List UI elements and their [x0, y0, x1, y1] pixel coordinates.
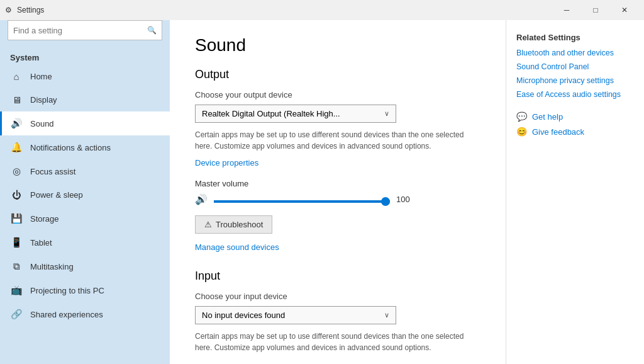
sidebar-item-label: Shared experiences	[30, 310, 103, 319]
warning-icon: ⚠	[204, 220, 212, 229]
give-feedback-item[interactable]: 😊 Give feedback	[516, 127, 634, 137]
sidebar: 🔍 System ⌂ Home 🖥 Display 🔊 Sound 🔔 Noti…	[0, 20, 170, 364]
volume-slider[interactable]	[214, 200, 390, 203]
minimize-button[interactable]: ─	[552, 0, 581, 20]
storage-icon: 💾	[10, 213, 23, 224]
settings-icon: ⚙	[5, 6, 12, 14]
title-bar: ⚙ Settings ─ □ ✕	[0, 0, 644, 20]
app-title: Settings	[17, 6, 44, 14]
output-device-dropdown[interactable]: Realtek Digital Output (Realtek High... …	[195, 105, 396, 123]
title-bar-left: ⚙ Settings	[5, 6, 44, 14]
output-device-value: Realtek Digital Output (Realtek High...	[202, 109, 340, 118]
search-input[interactable]	[13, 26, 147, 35]
sidebar-item-label: Projecting to this PC	[30, 286, 104, 295]
sidebar-item-focus[interactable]: ◎ Focus assist	[0, 159, 170, 183]
app-body: 🔍 System ⌂ Home 🖥 Display 🔊 Sound 🔔 Noti…	[0, 20, 644, 364]
input-device-dropdown[interactable]: No input devices found ∨	[195, 306, 396, 324]
sidebar-item-display[interactable]: 🖥 Display	[0, 88, 170, 111]
chevron-down-icon: ∨	[384, 110, 389, 118]
title-bar-controls: ─ □ ✕	[552, 0, 639, 20]
multitasking-icon: ⧉	[10, 261, 23, 272]
get-help-item[interactable]: 💬 Get help	[516, 111, 634, 122]
sidebar-item-notifications[interactable]: 🔔 Notifications & actions	[0, 135, 170, 159]
sidebar-item-label: Tablet	[30, 238, 52, 247]
get-help-label: Get help	[532, 112, 563, 122]
search-box[interactable]: 🔍	[8, 20, 162, 40]
help-icon: 💬	[516, 111, 527, 122]
sidebar-item-multitasking[interactable]: ⧉ Multitasking	[0, 254, 170, 278]
sidebar-item-label: Power & sleep	[30, 190, 83, 200]
manage-sound-devices-link[interactable]: Manage sound devices	[195, 242, 279, 252]
sound-icon: 🔊	[10, 118, 23, 129]
sidebar-item-label: Storage	[30, 214, 59, 224]
input-section: Input Choose your input device No input …	[195, 270, 480, 353]
volume-value: 100	[396, 195, 419, 204]
sidebar-item-home[interactable]: ⌂ Home	[0, 65, 170, 88]
right-panel: Related Settings Bluetooth and other dev…	[506, 20, 644, 364]
main-content: Sound Output Choose your output device R…	[170, 20, 506, 364]
speaker-icon: 🔊	[195, 193, 208, 205]
sidebar-item-projecting[interactable]: 📺 Projecting to this PC	[0, 278, 170, 302]
projecting-icon: 📺	[10, 285, 23, 296]
shared-icon: 🔗	[10, 309, 23, 320]
troubleshoot-label: Troubleshoot	[216, 220, 263, 229]
ease-of-access-link[interactable]: Ease of Access audio settings	[516, 90, 634, 99]
sidebar-item-shared[interactable]: 🔗 Shared experiences	[0, 302, 170, 326]
sidebar-item-label: Multitasking	[30, 262, 74, 271]
device-properties-link[interactable]: Device properties	[195, 158, 258, 168]
sound-control-panel-link[interactable]: Sound Control Panel	[516, 62, 634, 71]
sidebar-item-power[interactable]: ⏻ Power & sleep	[0, 183, 170, 207]
feedback-icon: 😊	[516, 127, 527, 137]
bluetooth-link[interactable]: Bluetooth and other devices	[516, 48, 634, 57]
sidebar-item-sound[interactable]: 🔊 Sound	[0, 111, 170, 135]
output-info-text: Certain apps may be set up to use differ…	[195, 129, 480, 152]
close-button[interactable]: ✕	[610, 0, 639, 20]
volume-section: Master volume 🔊 100	[195, 179, 480, 205]
output-device-label: Choose your output device	[195, 90, 480, 100]
display-icon: 🖥	[10, 94, 23, 105]
sidebar-item-label: Display	[30, 95, 57, 105]
page-title: Sound	[195, 35, 480, 55]
volume-label: Master volume	[195, 179, 480, 188]
troubleshoot-button[interactable]: ⚠ Troubleshoot	[195, 215, 272, 234]
output-section-title: Output	[195, 68, 480, 81]
related-settings-title: Related Settings	[516, 33, 634, 42]
sidebar-item-label: Home	[30, 72, 52, 81]
input-info-text: Certain apps may be set up to use differ…	[195, 331, 480, 353]
chevron-down-icon: ∨	[384, 311, 389, 319]
tablet-icon: 📱	[10, 237, 23, 248]
volume-row: 🔊 100	[195, 193, 480, 205]
give-feedback-label: Give feedback	[532, 127, 584, 137]
input-section-title: Input	[195, 270, 480, 283]
input-device-label: Choose your input device	[195, 292, 480, 301]
microphone-privacy-link[interactable]: Microphone privacy settings	[516, 76, 634, 85]
help-section: 💬 Get help 😊 Give feedback	[516, 111, 634, 137]
notifications-icon: 🔔	[10, 142, 23, 153]
sidebar-item-label: Notifications & actions	[30, 143, 111, 152]
search-icon: 🔍	[147, 26, 157, 35]
sidebar-item-storage[interactable]: 💾 Storage	[0, 207, 170, 230]
power-icon: ⏻	[10, 190, 23, 200]
input-device-value: No input devices found	[202, 310, 285, 320]
maximize-button[interactable]: □	[581, 0, 610, 20]
focus-icon: ◎	[10, 166, 23, 177]
sidebar-item-tablet[interactable]: 📱 Tablet	[0, 230, 170, 254]
sidebar-item-label: Focus assist	[30, 167, 75, 176]
volume-slider-container	[214, 195, 390, 205]
home-icon: ⌂	[10, 71, 23, 82]
sidebar-item-label: Sound	[30, 119, 54, 128]
system-category-label: System	[0, 48, 170, 65]
